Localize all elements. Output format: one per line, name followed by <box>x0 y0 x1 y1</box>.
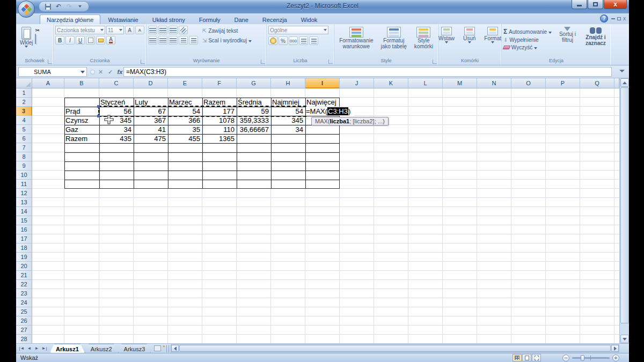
row-header-19[interactable]: 19 <box>16 253 32 262</box>
row-header-15[interactable]: 15 <box>16 216 32 225</box>
enter-button[interactable]: ✓ <box>106 69 114 76</box>
scroll-down-button[interactable] <box>620 335 629 343</box>
row-header-1[interactable]: 1 <box>16 88 32 98</box>
shrink-font-button[interactable]: A <box>135 26 144 34</box>
row-header-5[interactable]: 5 <box>16 125 32 134</box>
dialog-launcher-icon[interactable] <box>328 60 333 64</box>
office-button[interactable] <box>18 1 35 18</box>
find-select-button[interactable]: Znajdź i zaznacz <box>583 26 608 57</box>
row-header-24[interactable]: 24 <box>16 298 32 307</box>
scroll-up-button[interactable] <box>620 78 629 87</box>
row-header-25[interactable]: 25 <box>16 307 32 316</box>
cell-B4[interactable]: Czynsz <box>65 116 97 125</box>
horizontal-scroll-thumb[interactable] <box>179 345 611 352</box>
cell-B6[interactable]: Razem <box>65 135 97 143</box>
row-header-2[interactable]: 2 <box>16 98 32 107</box>
range-handle-icon[interactable] <box>97 115 100 117</box>
column-header-K[interactable]: K <box>374 78 408 88</box>
zoom-slider[interactable] <box>572 357 610 359</box>
increase-decimal-button[interactable] <box>299 36 308 45</box>
row-header-10[interactable]: 10 <box>16 171 32 180</box>
insert-cells-button[interactable]: Wstaw <box>436 26 457 57</box>
row-header-28[interactable]: 28 <box>16 335 32 343</box>
column-header-H[interactable]: H <box>271 78 305 88</box>
insert-function-button[interactable]: fx <box>116 69 124 75</box>
align-center-button[interactable] <box>158 36 167 45</box>
column-header-D[interactable]: D <box>134 78 168 88</box>
column-header-B[interactable]: B <box>64 78 99 88</box>
cell-D5[interactable]: 41 <box>135 125 166 134</box>
vertical-scrollbar[interactable] <box>619 78 629 343</box>
sheet-tab-arkusz1[interactable]: Arkusz1 <box>50 344 85 353</box>
row-header-9[interactable]: 9 <box>16 161 32 171</box>
sheet-tab-arkusz3[interactable]: Arkusz3 <box>118 344 151 353</box>
conditional-formatting-button[interactable]: Formatowanie warunkowe <box>337 26 375 57</box>
ribbon-tab-6[interactable]: Widok <box>295 15 324 24</box>
align-right-button[interactable] <box>169 36 178 45</box>
decrease-decimal-button[interactable] <box>309 36 318 45</box>
number-format-combo[interactable]: Ogólne <box>268 26 328 34</box>
first-sheet-button[interactable]: |◄ <box>18 345 25 352</box>
row-header-21[interactable]: 21 <box>16 271 32 280</box>
zoom-in-button[interactable]: + <box>612 354 619 361</box>
scroll-left-button[interactable] <box>171 345 179 352</box>
normal-view-button[interactable] <box>513 354 522 361</box>
page-layout-view-button[interactable] <box>522 354 531 361</box>
row-header-3[interactable]: 3 <box>16 107 32 116</box>
format-cells-button[interactable]: Format <box>482 26 503 57</box>
row-header-6[interactable]: 6 <box>16 134 32 143</box>
font-size-combo[interactable]: 11 <box>106 26 124 34</box>
row-header-14[interactable]: 14 <box>16 207 32 216</box>
expand-formula-bar-icon[interactable] <box>619 70 625 73</box>
column-header-G[interactable]: G <box>237 78 271 88</box>
cell-E5[interactable]: 35 <box>169 125 200 134</box>
cell-D6[interactable]: 475 <box>135 135 166 143</box>
row-header-20[interactable]: 20 <box>16 262 32 271</box>
scroll-right-button[interactable] <box>611 345 619 352</box>
bold-button[interactable]: B <box>55 36 64 45</box>
vertical-scroll-thumb[interactable] <box>620 87 629 323</box>
cell-G4[interactable]: 359,3333 <box>238 116 269 125</box>
cell-styles-button[interactable]: Style komórki <box>412 26 435 57</box>
workbook-minimize-icon[interactable] <box>611 18 615 19</box>
tab-split-handle[interactable] <box>166 345 169 352</box>
column-header-C[interactable]: C <box>99 78 134 88</box>
cell-F5[interactable]: 110 <box>203 125 235 134</box>
cell-B3[interactable]: Prąd <box>65 107 97 116</box>
cell-E6[interactable]: 455 <box>169 135 200 143</box>
workbook-close-icon[interactable]: x <box>623 16 626 21</box>
align-top-button[interactable] <box>148 26 157 34</box>
copy-button[interactable] <box>35 34 39 44</box>
ribbon-tab-2[interactable]: Układ strony <box>146 15 192 24</box>
range-handle-icon[interactable] <box>97 105 100 108</box>
dialog-launcher-icon[interactable] <box>261 60 265 64</box>
increase-indent-button[interactable] <box>189 36 198 45</box>
delete-cells-button[interactable]: Usuń <box>461 26 478 57</box>
grow-font-button[interactable]: A <box>125 26 134 34</box>
row-header-18[interactable]: 18 <box>16 243 32 253</box>
cell-C6[interactable]: 435 <box>100 135 131 143</box>
font-color-button[interactable]: A <box>106 36 115 45</box>
format-as-table-button[interactable]: Formatuj jako tabelę <box>378 26 408 57</box>
formula-input[interactable]: =MAX(C3:H3) <box>123 67 612 77</box>
help-button[interactable]: ? <box>600 14 608 23</box>
row-header-11[interactable]: 11 <box>16 180 32 189</box>
name-box[interactable]: SUMA <box>18 67 87 77</box>
accounting-format-button[interactable] <box>268 36 277 45</box>
horizontal-scrollbar[interactable] <box>171 344 619 352</box>
fill-color-button[interactable] <box>96 36 105 45</box>
dialog-launcher-icon[interactable] <box>48 60 52 64</box>
row-header-17[interactable]: 17 <box>16 234 32 243</box>
last-sheet-button[interactable]: ►| <box>41 345 48 352</box>
column-header-P[interactable]: P <box>546 78 580 88</box>
insert-worksheet-button[interactable]: * <box>153 344 165 352</box>
workbook-restore-icon[interactable] <box>617 17 621 20</box>
column-header-L[interactable]: L <box>408 78 443 88</box>
column-header-Q[interactable]: Q <box>580 78 614 88</box>
cell-G5[interactable]: 36,66667 <box>238 125 269 134</box>
align-bottom-button[interactable] <box>169 26 178 34</box>
sort-filter-button[interactable]: Sortuj i filtruj <box>557 26 578 57</box>
column-header-M[interactable]: M <box>443 78 477 88</box>
active-cell-editor[interactable]: =MAX(C3:H3) <box>306 107 354 116</box>
cell-H4[interactable]: 345 <box>272 116 303 125</box>
